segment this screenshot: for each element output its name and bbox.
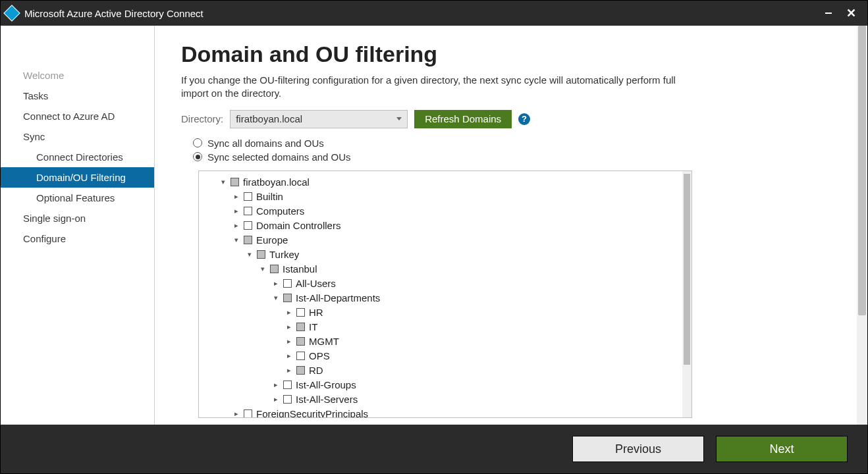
scrollbar-thumb[interactable] — [858, 26, 866, 315]
body: WelcomeTasksConnect to Azure ADSyncConne… — [1, 26, 867, 425]
directory-select[interactable]: firatboyan.local — [230, 110, 408, 128]
sidebar-item-configure[interactable]: Configure — [1, 228, 154, 249]
tree-node[interactable]: ▾Istanbul — [205, 262, 692, 276]
close-button[interactable]: ✕ — [840, 1, 862, 26]
tree-node[interactable]: ▸OPS — [205, 349, 692, 363]
checkbox[interactable] — [283, 395, 292, 404]
tree-node-label: Ist-All-Departments — [296, 292, 380, 303]
checkbox[interactable] — [257, 250, 265, 259]
expand-open-icon[interactable]: ▾ — [220, 178, 227, 186]
checkbox[interactable] — [244, 221, 252, 230]
radio-sync-selected[interactable]: Sync selected domains and OUs — [193, 151, 841, 163]
checkbox[interactable] — [296, 352, 305, 360]
tree-node[interactable]: ▸Ist-All-Servers — [205, 392, 692, 407]
sidebar-item-connect-directories[interactable]: Connect Directories — [1, 147, 154, 167]
tree-node-label: Europe — [256, 234, 288, 246]
checkbox[interactable] — [244, 409, 252, 418]
radio-icon — [193, 152, 202, 161]
tree-node[interactable]: ▸Builtin — [205, 190, 692, 204]
radio-icon — [193, 138, 202, 147]
tree-node-label: Turkey — [269, 249, 299, 260]
expand-open-icon[interactable]: ▾ — [259, 265, 266, 273]
sidebar-item-sync[interactable]: Sync — [1, 126, 154, 147]
expand-open-icon[interactable]: ▾ — [246, 250, 253, 259]
expand-closed-icon[interactable]: ▸ — [233, 207, 240, 215]
minimize-icon — [825, 13, 832, 14]
refresh-domains-button[interactable]: Refresh Domains — [414, 110, 512, 128]
tree-node-label: MGMT — [309, 336, 339, 347]
tree-node-label: firatboyan.local — [243, 176, 310, 188]
checkbox[interactable] — [296, 366, 305, 375]
sidebar-item-connect-to-azure-ad[interactable]: Connect to Azure AD — [1, 106, 154, 126]
expand-closed-icon[interactable]: ▸ — [273, 279, 279, 288]
expand-open-icon[interactable]: ▾ — [273, 294, 279, 302]
expand-closed-icon[interactable]: ▸ — [233, 221, 240, 230]
expand-closed-icon[interactable]: ▸ — [286, 323, 292, 331]
tree-node-label: Istanbul — [283, 263, 317, 275]
tree-node-label: RD — [309, 365, 323, 376]
directory-label: Directory: — [181, 113, 223, 124]
next-button[interactable]: Next — [716, 436, 848, 462]
sidebar-item-tasks[interactable]: Tasks — [1, 86, 154, 106]
checkbox[interactable] — [283, 279, 292, 288]
expand-closed-icon[interactable]: ▸ — [286, 308, 292, 317]
tree-node[interactable]: ▸RD — [205, 363, 692, 378]
minimize-button[interactable] — [817, 1, 840, 26]
expand-closed-icon[interactable]: ▸ — [286, 366, 292, 375]
tree-node[interactable]: ▾firatboyan.local — [205, 175, 692, 190]
tree-node-label: Ist-All-Servers — [296, 394, 358, 405]
wizard-sidebar: WelcomeTasksConnect to Azure ADSyncConne… — [1, 26, 155, 425]
directory-row: Directory: firatboyan.local Refresh Doma… — [181, 110, 841, 128]
checkbox[interactable] — [244, 192, 252, 201]
app-icon — [3, 5, 20, 21]
checkbox[interactable] — [244, 236, 252, 244]
tree-node[interactable]: ▸Computers — [205, 204, 692, 219]
tree-node[interactable]: ▸Domain Controllers — [205, 219, 692, 233]
checkbox[interactable] — [231, 178, 239, 186]
tree-body: ▾firatboyan.local▸Builtin▸Computers▸Doma… — [199, 171, 692, 418]
checkbox[interactable] — [296, 323, 305, 331]
checkbox[interactable] — [244, 207, 252, 215]
tree-node[interactable]: ▾Turkey — [205, 248, 692, 262]
checkbox[interactable] — [296, 308, 305, 317]
checkbox[interactable] — [283, 381, 292, 389]
sidebar-item-domain-ou-filtering[interactable]: Domain/OU Filtering — [1, 167, 154, 188]
radio-sync-all[interactable]: Sync all domains and OUs — [193, 138, 841, 149]
tree-scrollbar[interactable] — [682, 171, 692, 417]
expand-closed-icon[interactable]: ▸ — [286, 337, 292, 346]
wizard-footer: Previous Next — [1, 425, 867, 473]
tree-node[interactable]: ▸IT — [205, 320, 692, 334]
tree-node-label: ForeignSecurityPrincipals — [256, 408, 368, 418]
tree-node-label: HR — [309, 307, 323, 318]
title-bar: Microsoft Azure Active Directory Connect… — [1, 1, 867, 26]
checkbox[interactable] — [270, 265, 279, 273]
expand-closed-icon[interactable]: ▸ — [233, 409, 240, 418]
main-scrollbar[interactable] — [857, 26, 867, 425]
tree-node[interactable]: ▸All-Users — [205, 276, 692, 291]
tree-node[interactable]: ▸Ist-All-Groups — [205, 378, 692, 392]
page-title: Domain and OU filtering — [181, 41, 841, 67]
sidebar-item-single-sign-on[interactable]: Single sign-on — [1, 208, 154, 228]
expand-closed-icon[interactable]: ▸ — [273, 381, 279, 389]
tree-node[interactable]: ▸ForeignSecurityPrincipals — [205, 407, 692, 418]
chevron-down-icon — [396, 117, 402, 120]
expand-closed-icon[interactable]: ▸ — [286, 352, 292, 360]
tree-node[interactable]: ▾Europe — [205, 233, 692, 248]
checkbox[interactable] — [296, 337, 305, 346]
expand-open-icon[interactable]: ▾ — [233, 236, 240, 244]
help-icon[interactable]: ? — [518, 113, 530, 125]
radio-all-label: Sync all domains and OUs — [207, 138, 324, 149]
tree-node[interactable]: ▾Ist-All-Departments — [205, 291, 692, 305]
sidebar-item-welcome[interactable]: Welcome — [1, 65, 154, 86]
expand-closed-icon[interactable]: ▸ — [233, 192, 240, 201]
tree-node[interactable]: ▸HR — [205, 305, 692, 320]
ou-tree: ▾firatboyan.local▸Builtin▸Computers▸Doma… — [198, 171, 692, 418]
previous-button[interactable]: Previous — [572, 436, 704, 462]
scrollbar-thumb[interactable] — [684, 174, 690, 365]
checkbox[interactable] — [283, 294, 292, 302]
tree-node-label: Computers — [256, 205, 304, 217]
tree-node-label: All-Users — [296, 278, 336, 289]
sidebar-item-optional-features[interactable]: Optional Features — [1, 188, 154, 208]
expand-closed-icon[interactable]: ▸ — [273, 395, 279, 404]
tree-node[interactable]: ▸MGMT — [205, 334, 692, 349]
